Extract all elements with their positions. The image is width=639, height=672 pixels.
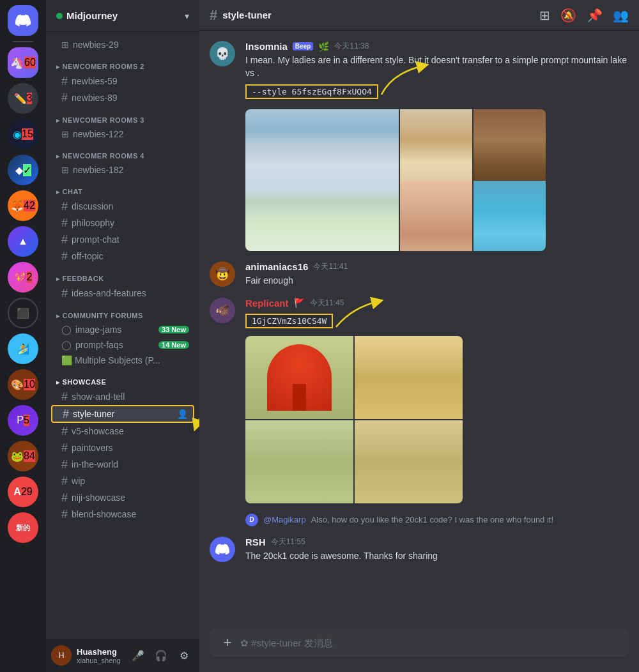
channel-item-newbies-89[interactable]: # newbies-89 [51,89,194,106]
search-icon[interactable]: ⊞ [539,8,550,23]
settings-button[interactable]: ⚙ [174,645,194,666]
channel-item-newbies-29[interactable]: ⊞ newbies-29 [51,37,194,52]
discord-home-icon[interactable] [8,5,38,36]
channel-item-style-tuner[interactable]: # style-tuner 👤 [51,405,194,423]
image-grid-replicant[interactable] [245,336,463,503]
img-mush4[interactable] [355,420,463,503]
channel-item-show-and-tell[interactable]: # show-and-tell [51,388,194,405]
server-icon-10[interactable]: 🎨 10 [8,369,38,400]
member-icon: 👤 [177,409,188,419]
channel-item-off-topic[interactable]: # off-topic [51,248,194,264]
server-icon-6[interactable]: ▲ [8,226,38,257]
channel-name: ideas-and-features [72,288,146,298]
image-girl4[interactable] [473,181,546,251]
timestamp-animaniacs16: 今天11:41 [313,261,348,272]
server-icon-12[interactable]: 🐸 84 [8,441,38,471]
add-attachment-button[interactable]: + [220,629,235,657]
hash-icon: # [61,391,68,402]
img-mush3[interactable] [245,420,353,503]
message-text-rsh: The 20ck1 code is awesome. Thanks for sh… [245,550,629,563]
channel-item-multiple-subjects[interactable]: 🟩 Multiple Subjects (P... [51,353,194,368]
server-icon-3[interactable]: ◉ 15 [8,119,38,149]
channel-name: prompt-faqs [75,340,123,350]
server-icon-2[interactable]: ✏️ 3 [8,83,38,114]
message-input[interactable] [240,629,619,657]
hash-icon: # [61,234,68,245]
channel-name: Multiple Subjects (P... [75,355,160,365]
server-icon-5[interactable]: 🦊 42 [8,190,38,221]
replicant-flag: 🚩 [294,298,305,308]
server-icon-4[interactable]: ◆ ✓ [8,155,38,185]
channel-item-in-the-world[interactable]: # in-the-world [51,456,194,473]
server-icon-9[interactable]: 🏄 [8,333,38,364]
channel-header: # style-tuner ⊞ 🔕 📌 👥 [199,0,639,31]
channel-sidebar: Midjourney ▾ ⊞ newbies-29 NEWCOMER ROOMS… [46,0,199,672]
headset-button[interactable]: 🎧 [151,645,171,666]
message-content-replicant: Replicant 🚩 今天11:45 1GjCZVmZs10CS4W [245,298,629,503]
server-icon-13[interactable]: A 29 [8,477,38,507]
channel-item-blend-showcase[interactable]: # blend-showcase [51,506,194,523]
category-feedback[interactable]: FEEDBACK [46,264,199,285]
server-icon-1[interactable]: 🦄 60 [8,47,38,78]
pin-icon[interactable]: 📌 [587,8,603,23]
system-text: Also, how do you like the 20ck1 code? I … [311,515,553,524]
message-replicant: 🐗 Replicant 🚩 今天11:45 1GjCZVmZs10CS4W [210,298,629,503]
channel-item-wip[interactable]: # wip [51,473,194,489]
message-input-wrapper: + [210,629,629,657]
image-girl3[interactable] [400,181,472,251]
channel-item-prompt-faqs[interactable]: ◯ prompt-faqs 14 New [51,337,194,353]
hash-icon: # [61,75,68,87]
category-newcomer-rooms-4[interactable]: NEWCOMER ROOMS 4 [46,142,199,162]
mute-button[interactable]: 🎤 [128,645,148,666]
message-rsh: RSH 今天11:55 The 20ck1 code is awesome. T… [210,537,629,563]
user-avatar: H [51,645,72,666]
user-controls: 🎤 🎧 ⚙ [128,645,194,666]
category-chat[interactable]: CHAT [46,178,199,198]
image-girl2[interactable] [473,109,546,186]
notification-icon[interactable]: 🔕 [560,8,576,23]
server-icon-7[interactable]: 💖 2 [8,262,38,293]
channel-item-niji-showcase[interactable]: # niji-showcase [51,489,194,506]
channel-item-newbies-182[interactable]: ⊞ newbies-182 [51,162,194,178]
category-community-forums[interactable]: COMMUNITY FORUMS [46,302,199,322]
channel-item-v5-showcase[interactable]: # v5-showcase [51,423,194,439]
channel-item-newbies-122[interactable]: ⊞ newbies-122 [51,126,194,142]
img-mush1[interactable] [245,336,353,419]
image-grid-insomnia[interactable] [245,109,546,251]
message-header-insomnia: Insomnia Beep 🌿 今天11:38 [245,41,629,52]
forum-icon: ⊞ [61,40,69,50]
message-insomnia: 💀 Insomnia Beep 🌿 今天11:38 I mean. My lad… [210,41,629,251]
header-actions: ⊞ 🔕 📌 👥 [539,8,629,23]
channel-item-philosophy[interactable]: # philosophy [51,215,194,231]
server-header[interactable]: Midjourney ▾ [46,0,199,32]
message-header-rsh: RSH 今天11:55 [245,537,629,547]
channel-name: newbies-182 [73,165,123,175]
category-newcomer-rooms-2[interactable]: NEWCOMER ROOMS 2 [46,52,199,73]
category-newcomer-rooms-3[interactable]: NEWCOMER ROOMS 3 [46,106,199,126]
new-badge: 33 New [158,326,189,333]
hash-icon: # [61,217,68,229]
channel-item-newbies-59[interactable]: # newbies-59 [51,73,194,89]
category-showcase[interactable]: SHOWCASE [46,368,199,388]
server-icon-11[interactable]: P 5 [8,405,38,436]
channel-item-ideas-and-features[interactable]: # ideas-and-features [51,285,194,302]
image-mountain[interactable] [245,109,399,251]
server-sidebar: 🦄 60 ✏️ 3 ◉ 15 ◆ ✓ 🦊 42 ▲ 💖 2 ⬛ 🏄 🎨 10 P… [0,0,46,672]
members-icon[interactable]: 👥 [613,8,629,23]
channel-item-prompt-chat[interactable]: # prompt-chat [51,231,194,248]
username: Huasheng [77,647,123,657]
channel-name: prompt-chat [72,234,119,245]
arrow-style-code-2 [333,298,384,330]
channel-item-paintovers[interactable]: # paintovers [51,439,194,456]
image-girl1[interactable] [400,109,472,186]
server-icon-new[interactable]: 新的 [8,512,38,543]
messages-area[interactable]: 💀 Insomnia Beep 🌿 今天11:38 I mean. My lad… [199,31,639,629]
img-mush2[interactable] [355,336,463,419]
channel-name: blend-showcase [72,509,136,519]
channel-name: newbies-59 [72,76,118,86]
channel-item-image-jams[interactable]: ◯ image-jams 33 New [51,322,194,337]
channel-name: style-tuner [73,409,114,419]
main-content: # style-tuner ⊞ 🔕 📌 👥 💀 Insomnia Beep 🌿 … [199,0,639,672]
server-icon-8[interactable]: ⬛ [8,298,38,328]
channel-item-discussion[interactable]: # discussion [51,198,194,215]
